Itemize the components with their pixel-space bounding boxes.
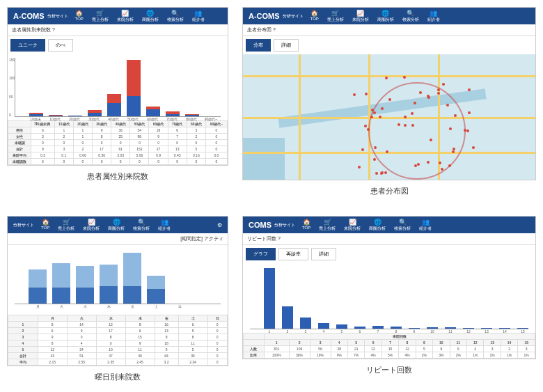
nav-TOP[interactable]: 🏠TOP <box>41 219 49 232</box>
nav-icon: 🏠 <box>303 219 310 226</box>
nav-来院分析[interactable]: 📈来院分析 <box>352 10 369 23</box>
nav-売上分析[interactable]: 🛒売上分析 <box>58 219 74 232</box>
panel-map: A-COMS分析サイト🏠TOP🛒売上分析📈来院分析🌐商圏分析🔍検索分析👥紹介者 … <box>242 7 536 180</box>
nav-TOP[interactable]: 🏠TOP <box>75 10 84 23</box>
nav-商圏分析[interactable]: 🌐商圏分析 <box>142 10 159 23</box>
map-marker[interactable] <box>375 172 378 175</box>
nav-来院分析[interactable]: 📈来院分析 <box>117 10 134 23</box>
nav-検索分析[interactable]: 🔍検索分析 <box>402 10 419 23</box>
map-marker[interactable] <box>437 92 440 95</box>
nav-TOP[interactable]: 🏠TOP <box>302 219 310 232</box>
nav-icon: 🌐 <box>381 10 389 17</box>
app-header: A-COMS 分析サイト 🏠TOP🛒売上分析📈来院分析🌐商圏分析🔍検索分析👥紹介… <box>8 8 228 24</box>
map-marker[interactable] <box>472 146 475 149</box>
map-marker[interactable] <box>466 130 469 132</box>
tab-graph[interactable]: グラフ <box>246 248 276 260</box>
weekday-chart: 月火水木金土日 <box>8 245 228 315</box>
map-marker[interactable] <box>353 93 356 96</box>
map-marker[interactable] <box>373 158 376 161</box>
tab-nobe[interactable]: のべ <box>48 39 73 52</box>
nav-売上分析[interactable]: 🛒売上分析 <box>92 10 109 23</box>
tab-detail[interactable]: 詳細 <box>274 39 299 52</box>
map-marker[interactable] <box>427 95 430 97</box>
nav-icon: 👥 <box>422 219 430 226</box>
logo: A-COMS <box>13 12 45 20</box>
map-marker[interactable] <box>373 111 376 114</box>
map-marker[interactable] <box>442 83 445 86</box>
nav-検索分析[interactable]: 🔍検索分析 <box>394 219 411 232</box>
map-marker[interactable] <box>388 98 391 101</box>
map-marker[interactable] <box>411 112 414 115</box>
map-marker[interactable] <box>361 148 364 151</box>
nav-icon: 📈 <box>356 10 364 17</box>
map-marker[interactable] <box>468 111 471 114</box>
nav-商圏分析[interactable]: 🌐商圏分析 <box>108 219 125 232</box>
nav-icon: 🔍 <box>399 219 407 226</box>
nav-icon: 🌐 <box>146 10 154 17</box>
nav-検索分析[interactable]: 🔍検索分析 <box>133 219 150 232</box>
nav-紹介者[interactable]: 👥紹介者 <box>192 10 205 23</box>
map-marker[interactable] <box>439 162 441 164</box>
tab-rate[interactable]: 再診率 <box>278 248 308 260</box>
repeat-chart: 123456789101112131415 <box>243 263 535 333</box>
tab-unique[interactable]: ユニーク <box>10 39 45 52</box>
nav-売上分析[interactable]: 🛒売上分析 <box>319 219 336 232</box>
caption-4: リピート回数 <box>242 359 536 381</box>
nav-icon: 🏠 <box>42 219 49 226</box>
nav-TOP[interactable]: 🏠TOP <box>310 10 319 23</box>
map-marker[interactable] <box>448 164 451 167</box>
distribution-map[interactable] <box>243 54 535 180</box>
map-marker[interactable] <box>381 107 384 110</box>
nav-商圏分析[interactable]: 🌐商圏分析 <box>377 10 394 23</box>
map-marker[interactable] <box>370 116 373 118</box>
gear-icon[interactable]: ⚙ <box>217 222 222 228</box>
nav-来院分析[interactable]: 📈来院分析 <box>83 219 100 232</box>
panel-attribute: A-COMS 分析サイト 🏠TOP🛒売上分析📈来院分析🌐商圏分析🔍検索分析👥紹介… <box>7 7 228 166</box>
panel-repeat: COMS分析サイト🏠TOP🛒売上分析📈来院分析🌐商圏分析🔍検索分析👥紹介者 リピ… <box>242 216 536 359</box>
map-marker[interactable] <box>364 125 367 127</box>
nav-icon: 📈 <box>349 219 356 226</box>
map-marker[interactable] <box>452 150 455 153</box>
nav-紹介者[interactable]: 👥紹介者 <box>427 10 440 23</box>
map-marker[interactable] <box>398 123 400 126</box>
caption-1: 患者属性別来院数 <box>7 166 228 187</box>
nav-icon: 🛒 <box>324 219 331 226</box>
nav-icon: 📈 <box>88 219 95 226</box>
tab-detail2[interactable]: 詳細 <box>311 248 336 260</box>
weekday-table: 月火水木金土日181412816602691761350390815880484… <box>8 315 228 366</box>
map-marker[interactable] <box>414 102 416 104</box>
map-marker[interactable] <box>419 91 422 94</box>
nav-icon: 🏠 <box>310 10 318 17</box>
nav-icon: 🛒 <box>96 10 104 17</box>
nav-icon: 👥 <box>161 219 168 226</box>
map-marker[interactable] <box>358 166 361 168</box>
tab-dist[interactable]: 分布 <box>246 39 271 52</box>
panel-weekday: 分析サイト🏠TOP🛒売上分析📈来院分析🌐商圏分析🔍検索分析👥紹介者⚙ [期間指定… <box>7 216 228 366</box>
map-marker[interactable] <box>381 171 384 174</box>
main-nav: 🏠TOP🛒売上分析📈来院分析🌐商圏分析🔍検索分析👥紹介者 <box>75 10 205 23</box>
nav-来院分析[interactable]: 📈来院分析 <box>344 219 361 232</box>
nav-icon: 📈 <box>121 10 129 17</box>
map-marker[interactable] <box>414 164 417 167</box>
map-marker[interactable] <box>454 114 457 117</box>
map-marker[interactable] <box>449 127 452 130</box>
nav-icon: 🏠 <box>75 10 83 17</box>
nav-売上分析[interactable]: 🛒売上分析 <box>327 10 344 23</box>
map-marker[interactable] <box>384 171 387 174</box>
map-marker[interactable] <box>365 93 368 95</box>
nav-検索分析[interactable]: 🔍検索分析 <box>167 10 184 23</box>
nav-商圏分析[interactable]: 🌐商圏分析 <box>369 219 386 232</box>
nav-icon: 👥 <box>194 10 202 17</box>
attribute-table: 10歳未満10歳代20歳代30歳代40歳代50歳代60歳代70歳代80歳代90歳… <box>8 120 228 165</box>
nav-icon: 🛒 <box>331 10 339 17</box>
map-marker[interactable] <box>371 109 374 111</box>
nav-icon: 🔍 <box>407 10 414 17</box>
map-marker[interactable] <box>464 129 466 132</box>
nav-icon: 🌐 <box>374 219 381 226</box>
nav-紹介者[interactable]: 👥紹介者 <box>158 219 171 232</box>
attribute-chart: 150100500 10歳未満10歳代20歳代30歳代40歳代50歳代60歳代7… <box>8 54 228 120</box>
caption-3: 曜日別来院数 <box>7 366 228 388</box>
map-marker[interactable] <box>403 76 406 79</box>
map-marker[interactable] <box>385 77 388 79</box>
nav-紹介者[interactable]: 👥紹介者 <box>419 219 432 232</box>
